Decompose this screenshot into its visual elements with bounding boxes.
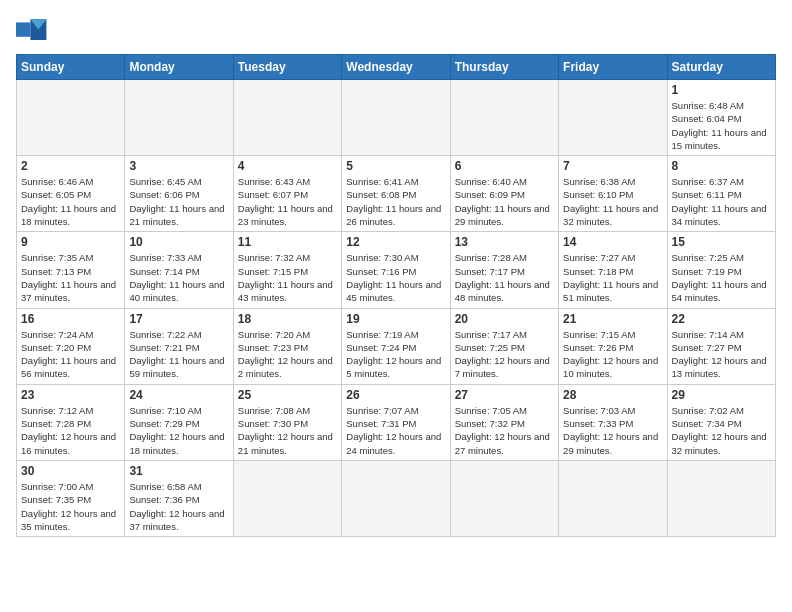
- day-info: Sunrise: 7:02 AM Sunset: 7:34 PM Dayligh…: [672, 404, 771, 457]
- day-number: 30: [21, 464, 120, 478]
- day-number: 2: [21, 159, 120, 173]
- day-number: 7: [563, 159, 662, 173]
- week-row-1: 1Sunrise: 6:48 AM Sunset: 6:04 PM Daylig…: [17, 80, 776, 156]
- calendar-cell: [233, 80, 341, 156]
- calendar-cell: [667, 460, 775, 536]
- page: SundayMondayTuesdayWednesdayThursdayFrid…: [0, 0, 792, 612]
- day-info: Sunrise: 7:19 AM Sunset: 7:24 PM Dayligh…: [346, 328, 445, 381]
- day-number: 6: [455, 159, 554, 173]
- day-number: 4: [238, 159, 337, 173]
- calendar-cell: [450, 80, 558, 156]
- calendar-cell: 12Sunrise: 7:30 AM Sunset: 7:16 PM Dayli…: [342, 232, 450, 308]
- weekday-header-monday: Monday: [125, 55, 233, 80]
- calendar-cell: 6Sunrise: 6:40 AM Sunset: 6:09 PM Daylig…: [450, 156, 558, 232]
- weekday-header-thursday: Thursday: [450, 55, 558, 80]
- weekday-header-sunday: Sunday: [17, 55, 125, 80]
- day-number: 20: [455, 312, 554, 326]
- logo: [16, 16, 52, 44]
- calendar-cell: [125, 80, 233, 156]
- calendar-cell: 27Sunrise: 7:05 AM Sunset: 7:32 PM Dayli…: [450, 384, 558, 460]
- calendar-cell: 10Sunrise: 7:33 AM Sunset: 7:14 PM Dayli…: [125, 232, 233, 308]
- day-info: Sunrise: 7:20 AM Sunset: 7:23 PM Dayligh…: [238, 328, 337, 381]
- calendar-cell: 21Sunrise: 7:15 AM Sunset: 7:26 PM Dayli…: [559, 308, 667, 384]
- calendar-cell: 24Sunrise: 7:10 AM Sunset: 7:29 PM Dayli…: [125, 384, 233, 460]
- day-info: Sunrise: 6:46 AM Sunset: 6:05 PM Dayligh…: [21, 175, 120, 228]
- day-info: Sunrise: 7:28 AM Sunset: 7:17 PM Dayligh…: [455, 251, 554, 304]
- week-row-2: 2Sunrise: 6:46 AM Sunset: 6:05 PM Daylig…: [17, 156, 776, 232]
- day-info: Sunrise: 7:35 AM Sunset: 7:13 PM Dayligh…: [21, 251, 120, 304]
- calendar-cell: 8Sunrise: 6:37 AM Sunset: 6:11 PM Daylig…: [667, 156, 775, 232]
- day-info: Sunrise: 6:48 AM Sunset: 6:04 PM Dayligh…: [672, 99, 771, 152]
- day-number: 13: [455, 235, 554, 249]
- calendar-cell: 1Sunrise: 6:48 AM Sunset: 6:04 PM Daylig…: [667, 80, 775, 156]
- day-number: 3: [129, 159, 228, 173]
- day-info: Sunrise: 6:43 AM Sunset: 6:07 PM Dayligh…: [238, 175, 337, 228]
- day-number: 12: [346, 235, 445, 249]
- day-info: Sunrise: 7:32 AM Sunset: 7:15 PM Dayligh…: [238, 251, 337, 304]
- day-info: Sunrise: 7:12 AM Sunset: 7:28 PM Dayligh…: [21, 404, 120, 457]
- calendar-cell: 11Sunrise: 7:32 AM Sunset: 7:15 PM Dayli…: [233, 232, 341, 308]
- calendar-cell: 20Sunrise: 7:17 AM Sunset: 7:25 PM Dayli…: [450, 308, 558, 384]
- weekday-header-wednesday: Wednesday: [342, 55, 450, 80]
- day-info: Sunrise: 6:38 AM Sunset: 6:10 PM Dayligh…: [563, 175, 662, 228]
- day-number: 17: [129, 312, 228, 326]
- generalblue-logo-icon: [16, 16, 48, 44]
- day-info: Sunrise: 7:05 AM Sunset: 7:32 PM Dayligh…: [455, 404, 554, 457]
- calendar-cell: 14Sunrise: 7:27 AM Sunset: 7:18 PM Dayli…: [559, 232, 667, 308]
- day-info: Sunrise: 6:45 AM Sunset: 6:06 PM Dayligh…: [129, 175, 228, 228]
- day-number: 8: [672, 159, 771, 173]
- week-row-4: 16Sunrise: 7:24 AM Sunset: 7:20 PM Dayli…: [17, 308, 776, 384]
- day-number: 24: [129, 388, 228, 402]
- day-number: 9: [21, 235, 120, 249]
- calendar-cell: 29Sunrise: 7:02 AM Sunset: 7:34 PM Dayli…: [667, 384, 775, 460]
- svg-rect-0: [16, 22, 30, 36]
- calendar-cell: 19Sunrise: 7:19 AM Sunset: 7:24 PM Dayli…: [342, 308, 450, 384]
- day-number: 29: [672, 388, 771, 402]
- day-number: 21: [563, 312, 662, 326]
- day-number: 1: [672, 83, 771, 97]
- calendar-cell: 13Sunrise: 7:28 AM Sunset: 7:17 PM Dayli…: [450, 232, 558, 308]
- day-number: 22: [672, 312, 771, 326]
- calendar-cell: 15Sunrise: 7:25 AM Sunset: 7:19 PM Dayli…: [667, 232, 775, 308]
- weekday-header-friday: Friday: [559, 55, 667, 80]
- day-info: Sunrise: 7:27 AM Sunset: 7:18 PM Dayligh…: [563, 251, 662, 304]
- day-info: Sunrise: 7:15 AM Sunset: 7:26 PM Dayligh…: [563, 328, 662, 381]
- day-info: Sunrise: 7:24 AM Sunset: 7:20 PM Dayligh…: [21, 328, 120, 381]
- calendar-cell: 23Sunrise: 7:12 AM Sunset: 7:28 PM Dayli…: [17, 384, 125, 460]
- calendar-cell: 5Sunrise: 6:41 AM Sunset: 6:08 PM Daylig…: [342, 156, 450, 232]
- calendar-cell: [342, 460, 450, 536]
- day-number: 11: [238, 235, 337, 249]
- calendar-cell: 7Sunrise: 6:38 AM Sunset: 6:10 PM Daylig…: [559, 156, 667, 232]
- calendar-cell: [17, 80, 125, 156]
- calendar-cell: 9Sunrise: 7:35 AM Sunset: 7:13 PM Daylig…: [17, 232, 125, 308]
- calendar-cell: 4Sunrise: 6:43 AM Sunset: 6:07 PM Daylig…: [233, 156, 341, 232]
- day-number: 16: [21, 312, 120, 326]
- day-number: 14: [563, 235, 662, 249]
- day-info: Sunrise: 7:25 AM Sunset: 7:19 PM Dayligh…: [672, 251, 771, 304]
- week-row-5: 23Sunrise: 7:12 AM Sunset: 7:28 PM Dayli…: [17, 384, 776, 460]
- day-number: 23: [21, 388, 120, 402]
- calendar-cell: 18Sunrise: 7:20 AM Sunset: 7:23 PM Dayli…: [233, 308, 341, 384]
- header: [16, 16, 776, 44]
- day-info: Sunrise: 7:14 AM Sunset: 7:27 PM Dayligh…: [672, 328, 771, 381]
- calendar-cell: [559, 460, 667, 536]
- day-info: Sunrise: 6:37 AM Sunset: 6:11 PM Dayligh…: [672, 175, 771, 228]
- day-number: 25: [238, 388, 337, 402]
- weekday-header-saturday: Saturday: [667, 55, 775, 80]
- calendar-cell: [450, 460, 558, 536]
- calendar-cell: 26Sunrise: 7:07 AM Sunset: 7:31 PM Dayli…: [342, 384, 450, 460]
- calendar-cell: 2Sunrise: 6:46 AM Sunset: 6:05 PM Daylig…: [17, 156, 125, 232]
- day-info: Sunrise: 6:58 AM Sunset: 7:36 PM Dayligh…: [129, 480, 228, 533]
- calendar-cell: [559, 80, 667, 156]
- day-number: 18: [238, 312, 337, 326]
- calendar-cell: 16Sunrise: 7:24 AM Sunset: 7:20 PM Dayli…: [17, 308, 125, 384]
- day-info: Sunrise: 7:07 AM Sunset: 7:31 PM Dayligh…: [346, 404, 445, 457]
- week-row-6: 30Sunrise: 7:00 AM Sunset: 7:35 PM Dayli…: [17, 460, 776, 536]
- calendar-cell: 31Sunrise: 6:58 AM Sunset: 7:36 PM Dayli…: [125, 460, 233, 536]
- week-row-3: 9Sunrise: 7:35 AM Sunset: 7:13 PM Daylig…: [17, 232, 776, 308]
- day-number: 10: [129, 235, 228, 249]
- calendar-cell: [342, 80, 450, 156]
- calendar: SundayMondayTuesdayWednesdayThursdayFrid…: [16, 54, 776, 537]
- day-info: Sunrise: 7:17 AM Sunset: 7:25 PM Dayligh…: [455, 328, 554, 381]
- day-number: 19: [346, 312, 445, 326]
